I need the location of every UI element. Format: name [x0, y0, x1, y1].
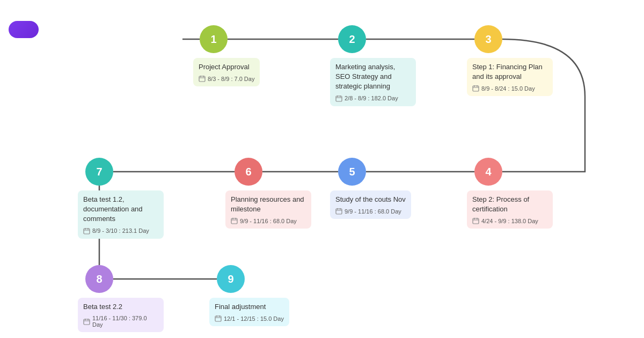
- step-card-title-8: Beta test 2.2: [83, 302, 158, 312]
- svg-rect-15: [473, 86, 479, 91]
- calendar-icon: [231, 217, 238, 224]
- step-card-6: Planning resources and milestone 9/9 - 1…: [225, 190, 311, 229]
- calendar-icon: [472, 217, 479, 224]
- svg-rect-23: [336, 209, 342, 214]
- step-card-date-8: 11/16 - 11/30 : 379.0 Day: [83, 315, 158, 328]
- step-card-9: Final adjustment 12/1 - 12/15 : 15.0 Day: [209, 298, 289, 326]
- calendar-icon: [472, 85, 479, 92]
- step-card-date-4: 4/24 - 9/9 : 138.0 Day: [472, 217, 547, 224]
- step-node-3[interactable]: 3: [474, 25, 502, 53]
- step-card-title-7: Beta test 1.2, documentation and comment…: [83, 195, 158, 224]
- step-card-title-1: Project Approval: [199, 62, 254, 72]
- step-card-title-6: Planning resources and milestone: [231, 195, 306, 214]
- step-card-title-4: Step 2: Process of certification: [472, 195, 547, 214]
- svg-rect-7: [199, 76, 205, 82]
- step-card-date-text-6: 9/9 - 11/16 : 68.0 Day: [240, 218, 297, 224]
- step-card-date-3: 8/9 - 8/24 : 15.0 Day: [472, 85, 547, 92]
- step-node-6[interactable]: 6: [235, 158, 262, 186]
- step-node-7[interactable]: 7: [85, 158, 113, 186]
- step-card-date-text-4: 4/24 - 9/9 : 138.0 Day: [481, 218, 538, 224]
- step-card-4: Step 2: Process of certification 4/24 - …: [467, 190, 553, 229]
- svg-rect-27: [231, 218, 237, 224]
- step-node-5[interactable]: 5: [338, 158, 366, 186]
- step-card-title-2: Marketing analysis, SEO Strategy and str…: [335, 62, 411, 92]
- step-card-date-5: 9/9 - 11/16 : 68.0 Day: [335, 208, 406, 215]
- calendar-icon: [215, 315, 222, 322]
- calendar-icon: [83, 318, 90, 325]
- project-title: [9, 21, 39, 38]
- step-card-date-6: 9/9 - 11/16 : 68.0 Day: [231, 217, 306, 224]
- step-card-date-text-1: 8/3 - 8/9 : 7.0 Day: [208, 76, 254, 82]
- step-node-8[interactable]: 8: [85, 265, 113, 293]
- step-card-date-1: 8/3 - 8/9 : 7.0 Day: [199, 75, 254, 82]
- step-card-date-text-2: 2/8 - 8/9 : 182.0 Day: [345, 95, 398, 101]
- svg-rect-11: [336, 96, 342, 101]
- step-card-date-text-8: 11/16 - 11/30 : 379.0 Day: [92, 315, 158, 328]
- step-card-date-text-3: 8/9 - 8/24 : 15.0 Day: [481, 85, 535, 92]
- step-card-2: Marketing analysis, SEO Strategy and str…: [330, 58, 416, 106]
- step-card-date-9: 12/1 - 12/15 : 15.0 Day: [215, 315, 284, 322]
- step-card-date-2: 2/8 - 8/9 : 182.0 Day: [335, 95, 411, 102]
- step-node-1[interactable]: 1: [200, 25, 228, 53]
- step-card-1: Project Approval 8/3 - 8/9 : 7.0 Day: [193, 58, 260, 86]
- step-card-3: Step 1: Financing Plan and its approval …: [467, 58, 553, 96]
- svg-rect-31: [84, 229, 90, 234]
- step-card-title-9: Final adjustment: [215, 302, 284, 312]
- step-card-title-3: Step 1: Financing Plan and its approval: [472, 62, 547, 82]
- calendar-icon: [335, 95, 342, 102]
- canvas: 1Project Approval 8/3 - 8/9 : 7.0 Day2Ma…: [0, 0, 644, 338]
- step-card-date-7: 8/9 - 3/10 : 213.1 Day: [83, 227, 158, 234]
- svg-rect-35: [84, 319, 90, 325]
- svg-rect-19: [473, 218, 479, 224]
- step-card-date-text-7: 8/9 - 3/10 : 213.1 Day: [92, 227, 149, 234]
- step-card-title-5: Study of the couts Nov: [335, 195, 406, 204]
- calendar-icon: [335, 208, 342, 215]
- calendar-icon: [199, 75, 206, 82]
- svg-rect-39: [215, 316, 221, 321]
- step-node-4[interactable]: 4: [474, 158, 502, 186]
- step-card-date-text-5: 9/9 - 11/16 : 68.0 Day: [345, 208, 401, 215]
- calendar-icon: [83, 227, 90, 234]
- step-node-2[interactable]: 2: [338, 25, 366, 53]
- step-node-9[interactable]: 9: [217, 265, 245, 293]
- step-card-5: Study of the couts Nov 9/9 - 11/16 : 68.…: [330, 190, 411, 219]
- step-card-7: Beta test 1.2, documentation and comment…: [78, 190, 164, 239]
- step-card-date-text-9: 12/1 - 12/15 : 15.0 Day: [224, 315, 284, 322]
- step-card-8: Beta test 2.2 11/16 - 11/30 : 379.0 Day: [78, 298, 164, 332]
